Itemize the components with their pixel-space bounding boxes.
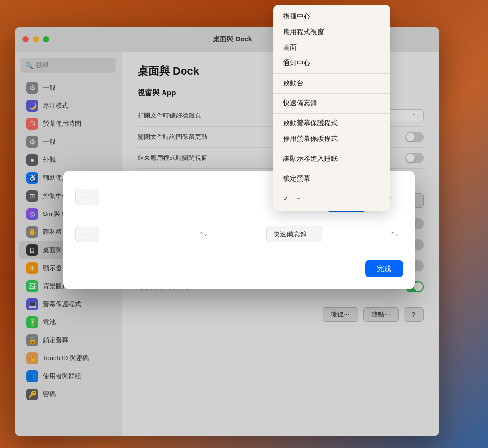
dropdown-item-launchpad[interactable]: 啟動台 — [273, 76, 390, 91]
modal-select-wrap-2[interactable]: - — [75, 226, 212, 242]
dropdown-item-notification-center[interactable]: 通知中心 — [273, 56, 390, 71]
dropdown-item-label-desktop: 桌面 — [283, 43, 297, 52]
dropdown-item-mission-control[interactable]: 指揮中心 — [273, 9, 390, 24]
modal-footer: 完成 — [75, 260, 403, 277]
modal-row-2: - 快速備忘錄 — [75, 219, 403, 249]
dropdown-item-app-windows[interactable]: 應用程式視窗 — [273, 24, 390, 40]
dropdown-divider-1 — [273, 73, 390, 74]
modal-overlay: 指揮中心 應用程式視窗 桌面 通知中心 啟動台 快速備忘錄 啟動螢幕保護程式 停… — [0, 0, 488, 448]
wallpaper-thumb-spacer — [220, 219, 259, 249]
done-button[interactable]: 完成 — [365, 260, 403, 277]
dropdown-item-label-launchpad: 啟動台 — [283, 79, 304, 88]
dropdown-item-dash[interactable]: － — [273, 191, 390, 207]
dropdown-item-desktop[interactable]: 桌面 — [273, 40, 390, 56]
dropdown-item-label-notification-center: 通知中心 — [283, 59, 310, 68]
dropdown-divider-6 — [273, 189, 390, 189]
dropdown-popup-menu[interactable]: 指揮中心 應用程式視窗 桌面 通知中心 啟動台 快速備忘錄 啟動螢幕保護程式 停… — [273, 5, 390, 211]
dropdown-item-lock-screen[interactable]: 鎖定螢幕 — [273, 171, 390, 187]
dropdown-item-label-mission-control: 指揮中心 — [283, 12, 310, 21]
modal-select-quicknote[interactable]: 快速備忘錄 — [266, 226, 322, 242]
modal-select-wrap-3[interactable]: 快速備忘錄 — [266, 226, 403, 242]
dropdown-divider-5 — [273, 169, 390, 169]
dropdown-item-sleep-display[interactable]: 讓顯示器進入睡眠 — [273, 151, 390, 167]
dropdown-item-label-quick-note: 快速備忘錄 — [283, 99, 317, 108]
dropdown-divider-2 — [273, 93, 390, 94]
modal-select-1[interactable]: - — [75, 189, 99, 205]
dropdown-item-label-stop-screensaver: 停用螢幕保護程式 — [283, 135, 338, 143]
dropdown-item-stop-screensaver[interactable]: 停用螢幕保護程式 — [273, 131, 390, 147]
dropdown-item-label-lock-screen: 鎖定螢幕 — [283, 175, 310, 183]
dropdown-item-label-start-screensaver: 啟動螢幕保護程式 — [283, 119, 338, 128]
dropdown-divider-4 — [273, 149, 390, 149]
modal-select-2[interactable]: - — [75, 226, 99, 242]
dropdown-divider-3 — [273, 113, 390, 114]
dropdown-item-quick-note[interactable]: 快速備忘錄 — [273, 96, 390, 111]
dropdown-item-label-dash: － — [295, 195, 302, 203]
dropdown-item-start-screensaver[interactable]: 啟動螢幕保護程式 — [273, 116, 390, 131]
dropdown-item-label-app-windows: 應用程式視窗 — [283, 28, 324, 37]
dropdown-item-label-sleep-display: 讓顯示器進入睡眠 — [283, 155, 338, 163]
